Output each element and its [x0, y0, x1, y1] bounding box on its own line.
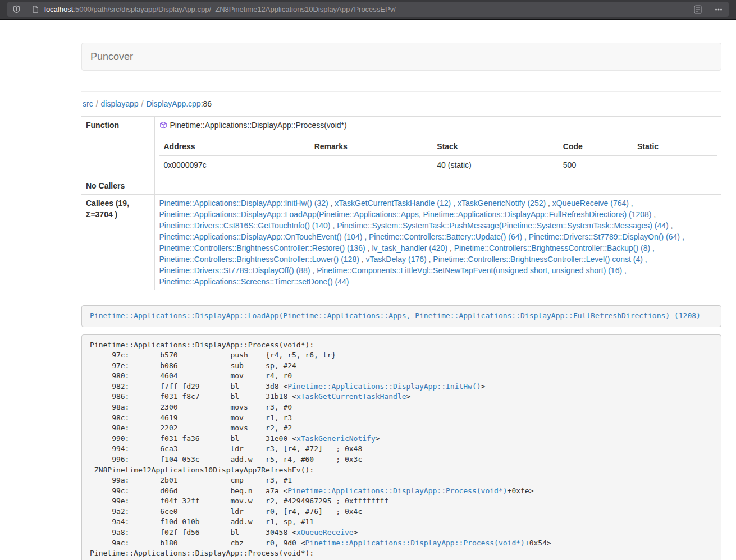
callee-link[interactable]: Pinetime::Controllers::BrightnessControl… — [454, 244, 650, 253]
reader-mode-icon[interactable] — [693, 4, 703, 15]
callee-link[interactable]: lv_task_handler (420) — [372, 244, 447, 253]
code-symbol-link[interactable]: Pinetime::Applications::DisplayApp::Init… — [287, 382, 481, 391]
navbar: Puncover — [81, 43, 721, 71]
callee-separator: , — [622, 266, 627, 275]
callee-link[interactable]: Pinetime::Components::LittleVgl::SetNewT… — [317, 266, 622, 275]
callee-link[interactable]: Pinetime::Controllers::Battery::Update()… — [369, 232, 522, 241]
callee-link[interactable]: Pinetime::Drivers::St7789::DisplayOn() (… — [529, 232, 680, 241]
code-line: 97e: b086 sub sp, #24 — [90, 361, 713, 371]
callee-link[interactable]: xQueueReceive (764) — [552, 199, 629, 208]
callee-link[interactable]: xTaskGetCurrentTaskHandle (12) — [335, 199, 451, 208]
url-bar[interactable]: localhost:5000/path/src/displayapp/Displ… — [7, 2, 729, 17]
callee-link[interactable]: Pinetime::Controllers::BrightnessControl… — [433, 255, 642, 264]
url-text[interactable]: localhost:5000/path/src/displayapp/Displ… — [44, 5, 396, 13]
signature-link[interactable]: Pinetime::Applications::DisplayApp::Load… — [90, 311, 701, 320]
callee-link[interactable]: xTaskGenericNotify (252) — [458, 199, 546, 208]
code-line: 982: f7ff fd29 bl 3d8 <Pinetime::Applica… — [90, 382, 713, 392]
shield-icon[interactable] — [12, 5, 21, 13]
callee-separator: , — [522, 232, 529, 241]
no-callers-cell — [154, 177, 721, 195]
breadcrumb-link-file[interactable]: DisplayApp.cpp — [146, 99, 200, 108]
callee-link[interactable]: Pinetime::Applications::DisplayApp::Init… — [159, 199, 328, 208]
brand-link[interactable]: Puncover — [90, 51, 133, 63]
code-line: Pinetime::Applications::DisplayApp::Proc… — [90, 548, 713, 559]
code-line: 9ac: b180 cbz r0, 9d0 <Pinetime::Applica… — [90, 538, 713, 549]
col-address: Address — [159, 138, 310, 155]
callee-link[interactable]: Pinetime::Applications::Screens::Timer::… — [159, 277, 349, 286]
signature-box: Pinetime::Applications::DisplayApp::Load… — [81, 305, 721, 327]
breadcrumb-separator: / — [93, 99, 101, 108]
divider — [81, 91, 721, 92]
code-symbol-link[interactable]: Pinetime::Applications::DisplayApp::Proc… — [287, 486, 507, 495]
callee-link[interactable]: Pinetime::Drivers::Cst816S::GetTouchInfo… — [159, 221, 331, 230]
code-symbol-link[interactable]: xTaskGenericNotify — [296, 434, 376, 443]
url-bar-divider — [26, 4, 26, 15]
no-callers-label: No Callers — [81, 177, 154, 195]
col-stack: Stack — [432, 138, 559, 155]
callee-separator: , — [331, 221, 337, 230]
page-icon[interactable] — [31, 5, 39, 13]
code-line: 996: f104 053c add.w r5, r4, #60 ; 0x3c — [90, 455, 713, 465]
callee-separator: , — [359, 255, 366, 264]
callee-link[interactable]: Pinetime::Drivers::St7789::DisplayOff() … — [159, 266, 310, 275]
code-line: 980: 4604 mov r4, r0 — [90, 371, 713, 382]
code-line: 99c: d06d beq.n a7a <Pinetime::Applicati… — [90, 486, 713, 497]
callee-link[interactable]: Pinetime::System::SystemTask::PushMessag… — [337, 221, 669, 230]
breadcrumb-link-displayapp[interactable]: displayapp — [101, 99, 139, 108]
function-table: Function Pinetime::Applications::Display… — [81, 116, 721, 290]
callee-link[interactable]: vTaskDelay (176) — [366, 255, 427, 264]
url-bar-divider — [708, 4, 708, 15]
stats-row-label-empty — [81, 135, 154, 177]
code-size-value: 500 — [559, 155, 633, 174]
code-symbol-link[interactable]: Pinetime::Applications::DisplayApp::Proc… — [305, 539, 525, 547]
function-name: Pinetime::Applications::DisplayApp::Proc… — [170, 121, 347, 130]
callees-row: Callees (19, Σ=3704 ) Pinetime::Applicat… — [81, 195, 721, 291]
page-container: Puncover src/displayapp/DisplayApp.cpp:8… — [81, 20, 721, 560]
callee-separator: , — [362, 232, 369, 241]
callee-link[interactable]: Pinetime::Applications::DisplayApp::OnTo… — [159, 232, 363, 241]
callee-separator: , — [546, 199, 552, 208]
callee-separator: , — [650, 244, 655, 253]
code-symbol-link[interactable]: xQueueReceive — [296, 528, 354, 536]
stats-row: Address Remarks Stack Code Static 0x0000… — [81, 135, 721, 177]
callee-separator: , — [680, 232, 684, 241]
code-line: 98a: 2300 movs r3, #0 — [90, 402, 713, 413]
stack-value: 40 (static) — [432, 155, 559, 174]
code-line: 99e: f04f 32ff mov.w r2, #4294967295 ; 0… — [90, 496, 713, 507]
callee-separator: , — [447, 244, 454, 253]
callee-link[interactable]: Pinetime::Applications::DisplayApp::Load… — [159, 210, 652, 219]
callee-separator: , — [365, 244, 372, 253]
code-line: 98c: 4619 mov r1, r3 — [90, 413, 713, 424]
static-value — [633, 155, 717, 174]
overflow-menu-icon[interactable] — [714, 4, 724, 15]
code-line: Pinetime::Applications::DisplayApp::Proc… — [90, 340, 713, 351]
col-static: Static — [633, 138, 717, 155]
callee-link[interactable]: Pinetime::Controllers::BrightnessControl… — [159, 244, 365, 253]
callees-label: Callees (19, Σ=3704 ) — [81, 195, 154, 291]
disassembly-code: Pinetime::Applications::DisplayApp::Proc… — [81, 334, 721, 560]
function-row: Function Pinetime::Applications::Display… — [81, 117, 721, 135]
remarks-value — [310, 155, 433, 174]
breadcrumb-separator: / — [139, 99, 147, 108]
callee-separator: , — [629, 199, 633, 208]
stats-cell: Address Remarks Stack Code Static 0x0000… — [154, 135, 721, 177]
function-row-label: Function — [81, 117, 154, 135]
stats-table: Address Remarks Stack Code Static 0x0000… — [159, 138, 717, 174]
package-icon — [159, 121, 167, 132]
callee-separator: , — [451, 199, 458, 208]
callee-link[interactable]: Pinetime::Controllers::BrightnessControl… — [159, 255, 359, 264]
breadcrumb: src/displayapp/DisplayApp.cpp:86 — [83, 99, 721, 108]
callee-separator: , — [643, 255, 647, 264]
url-path: :5000/path/src/displayapp/DisplayApp.cpp… — [73, 5, 396, 13]
no-callers-row: No Callers — [81, 177, 721, 195]
breadcrumb-line-number: :86 — [201, 99, 212, 108]
breadcrumb-link-src[interactable]: src — [83, 99, 93, 108]
code-line: _ZN8Pinetime12Applications10DisplayApp7R… — [90, 465, 713, 476]
code-line: 9a8: f02f fd56 bl 30458 <xQueueReceive> — [90, 527, 713, 538]
url-host: localhost — [44, 5, 73, 13]
callee-separator: , — [427, 255, 433, 264]
code-symbol-link[interactable]: xTaskGetCurrentTaskHandle — [296, 392, 406, 401]
stats-value-row: 0x0000097c 40 (static) 500 — [159, 155, 717, 174]
address-value: 0x0000097c — [159, 155, 310, 174]
callee-separator: , — [310, 266, 317, 275]
